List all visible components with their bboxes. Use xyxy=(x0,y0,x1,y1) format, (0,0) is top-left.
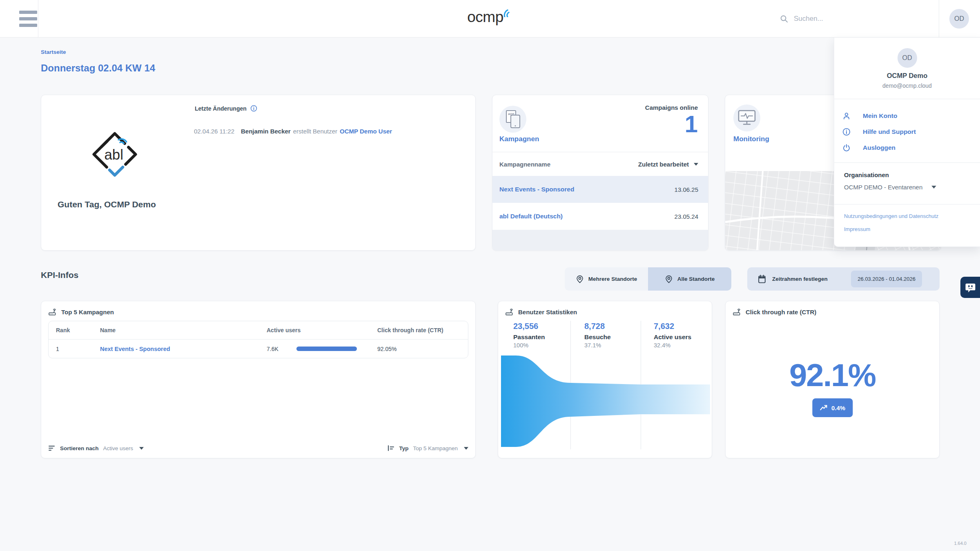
campaign-link[interactable]: Next Events - Sponsored xyxy=(499,186,574,193)
top5-card-header: Top 5 Kampagnen xyxy=(48,308,114,316)
monitoring-card-title[interactable]: Monitoring xyxy=(733,135,769,143)
campaigns-empty-row xyxy=(492,230,708,251)
info-icon xyxy=(842,128,851,136)
chevron-down-icon xyxy=(931,186,936,189)
divider xyxy=(834,99,980,99)
active-users-cell: 7.6K xyxy=(267,346,377,352)
list-type-icon xyxy=(387,445,394,451)
abl-logo: abl xyxy=(91,129,138,179)
terms-privacy-link[interactable]: Nutzungsbedingungen und Datenschutz xyxy=(844,213,938,219)
antenna-icon xyxy=(733,308,741,316)
chevron-down-icon xyxy=(139,447,144,450)
top5-card: Top 5 Kampagnen Rank Name Active users C… xyxy=(41,301,476,458)
sort-icon xyxy=(48,445,56,451)
app-logo: ocmp xyxy=(467,7,512,27)
campaigns-icon: ADS xyxy=(499,106,526,133)
user-menu-panel: OD OCMP Demo demo@ocmp.cloud Mein Konto … xyxy=(834,38,980,247)
campaign-link[interactable]: Next Events - Sponsored xyxy=(100,346,267,352)
avatar: OD xyxy=(898,48,917,68)
search-input[interactable] xyxy=(794,15,920,23)
greeting-text: Guten Tag, OCMP Demo xyxy=(58,200,156,209)
app-logo-text: ocmp xyxy=(467,7,503,27)
ctr-card: Click through rate (CTR) 92.1% 0.4% xyxy=(725,301,940,458)
top5-footer-controls: Sortieren nach Active users Typ Top 5 Ka… xyxy=(48,445,468,451)
funnel-stage-active-users: 7,632 Active users 32.4% xyxy=(654,322,691,349)
top5-table-header: Rank Name Active users Click through rat… xyxy=(49,321,468,340)
top5-table: Rank Name Active users Click through rat… xyxy=(48,321,468,358)
timeframe-value[interactable]: 26.03.2026 - 01.04.2026 xyxy=(851,271,922,287)
table-row[interactable]: 1 Next Events - Sponsored 7.6K 92.05% xyxy=(49,340,468,358)
column-zuletzt-bearbeitet[interactable]: Zuletzt bearbeitet xyxy=(638,161,698,168)
column-rank: Rank xyxy=(56,327,100,333)
location-pin-icon xyxy=(665,275,673,283)
monitoring-icon xyxy=(733,104,760,131)
funnel-chart xyxy=(501,355,710,447)
divider xyxy=(834,204,980,204)
chat-widget-button[interactable] xyxy=(960,277,980,298)
menu-item-hilfe-support[interactable]: Hilfe und Support xyxy=(842,124,916,140)
topbar-divider xyxy=(939,0,939,38)
location-pin-icon xyxy=(576,275,584,283)
user-avatar-button[interactable]: OD xyxy=(949,9,969,29)
user-email: demo@ocmp.cloud xyxy=(834,82,980,89)
person-icon xyxy=(842,112,851,120)
campaigns-table-header: Kampagnenname Zuletzt bearbeitet xyxy=(492,152,708,176)
toggle-alle-standorte[interactable]: Alle Standorte xyxy=(648,267,731,291)
active-users-bar xyxy=(296,347,357,351)
last-changes-header: Letzte Änderungen xyxy=(195,105,257,112)
campaign-link[interactable]: abl Default (Deutsch) xyxy=(499,213,563,220)
change-action: erstellt Benutzer xyxy=(293,128,337,135)
column-kampagnenname: Kampagnenname xyxy=(499,161,550,168)
calendar-icon xyxy=(758,275,766,284)
user-stats-card: Benutzer Statistiken 23,556 Passanten 10… xyxy=(498,301,712,458)
menu-item-ausloggen[interactable]: Ausloggen xyxy=(842,140,916,156)
trending-up-icon xyxy=(820,404,828,411)
toggle-mehrere-standorte[interactable]: Mehrere Standorte xyxy=(565,267,648,291)
ctr-card-header: Click through rate (CTR) xyxy=(733,308,816,316)
ctr-delta-badge[interactable]: 0.4% xyxy=(812,398,853,417)
stats-card-title: Benutzer Statistiken xyxy=(518,309,577,315)
stats-card-header: Benutzer Statistiken xyxy=(505,308,577,316)
type-dropdown[interactable]: Typ Top 5 Kampagnen xyxy=(387,445,468,451)
change-target-link[interactable]: OCMP Demo User xyxy=(340,128,392,135)
campaign-edited-date: 23.05.24 xyxy=(675,213,698,220)
campaign-edited-date: 13.06.25 xyxy=(675,186,698,193)
campaigns-online-label: Campaigns online xyxy=(645,104,698,111)
timeframe-picker[interactable]: Zeitrahmen festlegen 26.03.2026 - 01.04.… xyxy=(747,267,940,291)
location-toggle: Mehrere Standorte Alle Standorte xyxy=(565,267,731,291)
campaigns-card-title[interactable]: Kampagnen xyxy=(499,135,539,143)
page-title: Donnerstag 02.04 KW 14 xyxy=(41,62,155,74)
antenna-icon xyxy=(505,308,513,316)
change-timestamp: 02.04.26 11:22 xyxy=(194,128,234,135)
user-menu-list: Mein Konto Hilfe und Support Ausloggen xyxy=(842,108,916,156)
ocmp-dashboard: ocmp OD Startseite Donnerstag 02.04 KW 1… xyxy=(0,0,980,551)
hamburger-menu-button[interactable] xyxy=(0,0,38,38)
breadcrumb[interactable]: Startseite xyxy=(41,49,66,55)
search-icon xyxy=(780,15,788,23)
organisation-select[interactable]: OCMP DEMO - Eventarenen xyxy=(844,184,936,191)
top-bar: ocmp OD xyxy=(0,0,980,38)
campaign-row[interactable]: abl Default (Deutsch) 23.05.24 xyxy=(492,203,708,230)
ctr-card-title: Click through rate (CTR) xyxy=(746,309,816,315)
user-name: OCMP Demo xyxy=(834,72,980,80)
svg-text:abl: abl xyxy=(104,147,123,162)
welcome-card: abl Guten Tag, OCMP Demo Letzte Änderung… xyxy=(41,95,476,251)
signal-arcs-icon xyxy=(503,8,513,17)
hamburger-icon xyxy=(19,11,37,14)
column-active-users: Active users xyxy=(267,327,377,333)
column-ctr: Click through rate (CTR) xyxy=(377,327,468,333)
campaign-row[interactable]: Next Events - Sponsored 13.06.25 xyxy=(492,176,708,203)
search-box xyxy=(780,0,920,38)
chevron-down-icon xyxy=(464,447,468,450)
sort-by-dropdown[interactable]: Sortieren nach Active users xyxy=(48,445,144,451)
impressum-link[interactable]: Impressum xyxy=(844,226,870,232)
info-icon[interactable] xyxy=(250,105,257,112)
power-icon xyxy=(842,144,851,152)
menu-item-mein-konto[interactable]: Mein Konto xyxy=(842,108,916,124)
last-changes-label: Letzte Änderungen xyxy=(195,105,247,112)
organisations-label: Organisationen xyxy=(844,171,889,178)
chevron-down-icon xyxy=(694,163,698,166)
app-version: 1.64.0 xyxy=(954,541,967,546)
last-changes-entry: 02.04.26 11:22Benjamin Beckererstellt Be… xyxy=(194,128,392,135)
antenna-icon xyxy=(48,308,56,316)
